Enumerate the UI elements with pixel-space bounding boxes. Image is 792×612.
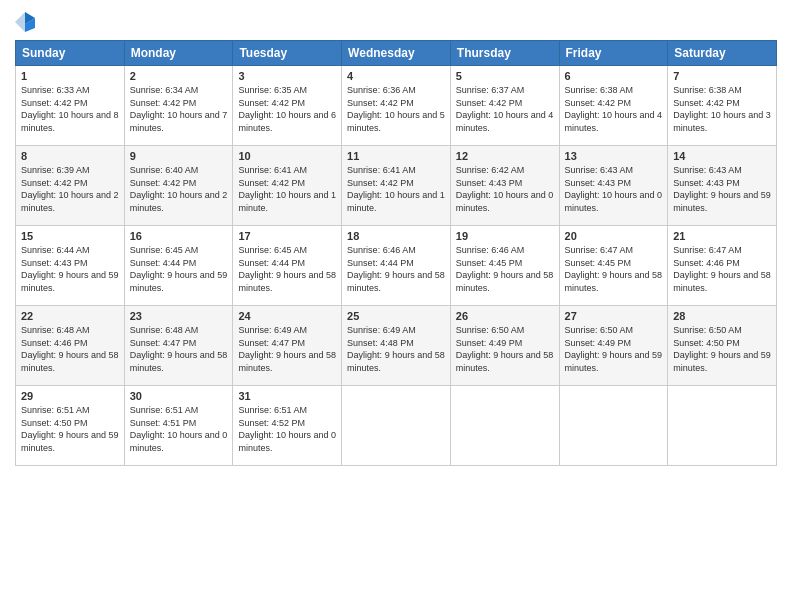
day-number: 24 — [238, 310, 336, 322]
calendar-table: SundayMondayTuesdayWednesdayThursdayFrid… — [15, 40, 777, 466]
day-cell: 18Sunrise: 6:46 AMSunset: 4:44 PMDayligh… — [342, 226, 451, 306]
day-info: Sunrise: 6:33 AMSunset: 4:42 PMDaylight:… — [21, 84, 119, 134]
header — [15, 10, 777, 34]
day-number: 14 — [673, 150, 771, 162]
day-cell: 31Sunrise: 6:51 AMSunset: 4:52 PMDayligh… — [233, 386, 342, 466]
day-cell: 27Sunrise: 6:50 AMSunset: 4:49 PMDayligh… — [559, 306, 668, 386]
day-cell: 12Sunrise: 6:42 AMSunset: 4:43 PMDayligh… — [450, 146, 559, 226]
day-info: Sunrise: 6:46 AMSunset: 4:45 PMDaylight:… — [456, 244, 554, 294]
day-cell: 19Sunrise: 6:46 AMSunset: 4:45 PMDayligh… — [450, 226, 559, 306]
day-number: 23 — [130, 310, 228, 322]
day-info: Sunrise: 6:47 AMSunset: 4:46 PMDaylight:… — [673, 244, 771, 294]
day-cell: 5Sunrise: 6:37 AMSunset: 4:42 PMDaylight… — [450, 66, 559, 146]
day-info: Sunrise: 6:38 AMSunset: 4:42 PMDaylight:… — [673, 84, 771, 134]
day-info: Sunrise: 6:49 AMSunset: 4:48 PMDaylight:… — [347, 324, 445, 374]
day-cell: 22Sunrise: 6:48 AMSunset: 4:46 PMDayligh… — [16, 306, 125, 386]
day-cell — [559, 386, 668, 466]
day-cell: 30Sunrise: 6:51 AMSunset: 4:51 PMDayligh… — [124, 386, 233, 466]
weekday-header-monday: Monday — [124, 41, 233, 66]
day-info: Sunrise: 6:45 AMSunset: 4:44 PMDaylight:… — [130, 244, 228, 294]
day-cell: 1Sunrise: 6:33 AMSunset: 4:42 PMDaylight… — [16, 66, 125, 146]
day-cell — [450, 386, 559, 466]
weekday-header-sunday: Sunday — [16, 41, 125, 66]
day-cell: 10Sunrise: 6:41 AMSunset: 4:42 PMDayligh… — [233, 146, 342, 226]
day-info: Sunrise: 6:46 AMSunset: 4:44 PMDaylight:… — [347, 244, 445, 294]
day-cell: 21Sunrise: 6:47 AMSunset: 4:46 PMDayligh… — [668, 226, 777, 306]
day-number: 13 — [565, 150, 663, 162]
day-info: Sunrise: 6:41 AMSunset: 4:42 PMDaylight:… — [347, 164, 445, 214]
day-info: Sunrise: 6:40 AMSunset: 4:42 PMDaylight:… — [130, 164, 228, 214]
day-cell — [668, 386, 777, 466]
weekday-header-row: SundayMondayTuesdayWednesdayThursdayFrid… — [16, 41, 777, 66]
weekday-header-friday: Friday — [559, 41, 668, 66]
day-info: Sunrise: 6:47 AMSunset: 4:45 PMDaylight:… — [565, 244, 663, 294]
day-number: 17 — [238, 230, 336, 242]
day-number: 5 — [456, 70, 554, 82]
day-info: Sunrise: 6:43 AMSunset: 4:43 PMDaylight:… — [673, 164, 771, 214]
week-row-1: 1Sunrise: 6:33 AMSunset: 4:42 PMDaylight… — [16, 66, 777, 146]
day-cell: 29Sunrise: 6:51 AMSunset: 4:50 PMDayligh… — [16, 386, 125, 466]
day-cell: 20Sunrise: 6:47 AMSunset: 4:45 PMDayligh… — [559, 226, 668, 306]
day-info: Sunrise: 6:51 AMSunset: 4:50 PMDaylight:… — [21, 404, 119, 454]
day-cell: 23Sunrise: 6:48 AMSunset: 4:47 PMDayligh… — [124, 306, 233, 386]
day-number: 26 — [456, 310, 554, 322]
day-cell: 7Sunrise: 6:38 AMSunset: 4:42 PMDaylight… — [668, 66, 777, 146]
weekday-header-saturday: Saturday — [668, 41, 777, 66]
day-number: 12 — [456, 150, 554, 162]
day-cell: 13Sunrise: 6:43 AMSunset: 4:43 PMDayligh… — [559, 146, 668, 226]
day-cell: 25Sunrise: 6:49 AMSunset: 4:48 PMDayligh… — [342, 306, 451, 386]
day-cell: 4Sunrise: 6:36 AMSunset: 4:42 PMDaylight… — [342, 66, 451, 146]
page: SundayMondayTuesdayWednesdayThursdayFrid… — [0, 0, 792, 612]
day-number: 2 — [130, 70, 228, 82]
day-number: 15 — [21, 230, 119, 242]
day-cell: 15Sunrise: 6:44 AMSunset: 4:43 PMDayligh… — [16, 226, 125, 306]
day-info: Sunrise: 6:39 AMSunset: 4:42 PMDaylight:… — [21, 164, 119, 214]
day-number: 21 — [673, 230, 771, 242]
day-number: 9 — [130, 150, 228, 162]
logo-icon — [15, 10, 35, 34]
day-cell: 24Sunrise: 6:49 AMSunset: 4:47 PMDayligh… — [233, 306, 342, 386]
day-info: Sunrise: 6:35 AMSunset: 4:42 PMDaylight:… — [238, 84, 336, 134]
day-info: Sunrise: 6:48 AMSunset: 4:47 PMDaylight:… — [130, 324, 228, 374]
day-number: 20 — [565, 230, 663, 242]
week-row-2: 8Sunrise: 6:39 AMSunset: 4:42 PMDaylight… — [16, 146, 777, 226]
day-info: Sunrise: 6:45 AMSunset: 4:44 PMDaylight:… — [238, 244, 336, 294]
day-number: 4 — [347, 70, 445, 82]
day-cell: 14Sunrise: 6:43 AMSunset: 4:43 PMDayligh… — [668, 146, 777, 226]
weekday-header-wednesday: Wednesday — [342, 41, 451, 66]
day-cell: 2Sunrise: 6:34 AMSunset: 4:42 PMDaylight… — [124, 66, 233, 146]
day-number: 25 — [347, 310, 445, 322]
day-info: Sunrise: 6:50 AMSunset: 4:50 PMDaylight:… — [673, 324, 771, 374]
day-number: 6 — [565, 70, 663, 82]
day-number: 29 — [21, 390, 119, 402]
week-row-4: 22Sunrise: 6:48 AMSunset: 4:46 PMDayligh… — [16, 306, 777, 386]
day-number: 16 — [130, 230, 228, 242]
day-info: Sunrise: 6:50 AMSunset: 4:49 PMDaylight:… — [456, 324, 554, 374]
week-row-3: 15Sunrise: 6:44 AMSunset: 4:43 PMDayligh… — [16, 226, 777, 306]
day-info: Sunrise: 6:41 AMSunset: 4:42 PMDaylight:… — [238, 164, 336, 214]
day-info: Sunrise: 6:42 AMSunset: 4:43 PMDaylight:… — [456, 164, 554, 214]
day-info: Sunrise: 6:36 AMSunset: 4:42 PMDaylight:… — [347, 84, 445, 134]
day-cell: 17Sunrise: 6:45 AMSunset: 4:44 PMDayligh… — [233, 226, 342, 306]
day-info: Sunrise: 6:43 AMSunset: 4:43 PMDaylight:… — [565, 164, 663, 214]
day-number: 7 — [673, 70, 771, 82]
day-info: Sunrise: 6:48 AMSunset: 4:46 PMDaylight:… — [21, 324, 119, 374]
weekday-header-tuesday: Tuesday — [233, 41, 342, 66]
day-number: 28 — [673, 310, 771, 322]
day-info: Sunrise: 6:37 AMSunset: 4:42 PMDaylight:… — [456, 84, 554, 134]
day-cell: 16Sunrise: 6:45 AMSunset: 4:44 PMDayligh… — [124, 226, 233, 306]
day-info: Sunrise: 6:51 AMSunset: 4:52 PMDaylight:… — [238, 404, 336, 454]
week-row-5: 29Sunrise: 6:51 AMSunset: 4:50 PMDayligh… — [16, 386, 777, 466]
day-cell: 9Sunrise: 6:40 AMSunset: 4:42 PMDaylight… — [124, 146, 233, 226]
day-number: 31 — [238, 390, 336, 402]
day-number: 10 — [238, 150, 336, 162]
day-number: 11 — [347, 150, 445, 162]
weekday-header-thursday: Thursday — [450, 41, 559, 66]
day-number: 22 — [21, 310, 119, 322]
day-info: Sunrise: 6:49 AMSunset: 4:47 PMDaylight:… — [238, 324, 336, 374]
day-cell: 3Sunrise: 6:35 AMSunset: 4:42 PMDaylight… — [233, 66, 342, 146]
day-cell: 11Sunrise: 6:41 AMSunset: 4:42 PMDayligh… — [342, 146, 451, 226]
day-info: Sunrise: 6:50 AMSunset: 4:49 PMDaylight:… — [565, 324, 663, 374]
day-cell — [342, 386, 451, 466]
day-number: 27 — [565, 310, 663, 322]
